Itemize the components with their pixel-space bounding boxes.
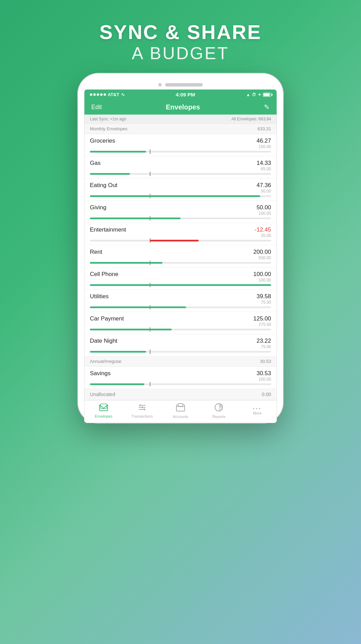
envelope-name: Car Payment [90, 315, 124, 322]
envelope-item[interactable]: Utilities39.5875.00 [84, 290, 277, 312]
progress-marker [150, 327, 150, 332]
envelope-amount: 100.00 [253, 271, 271, 278]
battery-icon [263, 93, 271, 97]
envelope-budget: 75.00 [256, 300, 271, 305]
envelope-item[interactable]: Rent200.00500.00 [84, 245, 277, 267]
reports-tab-icon [215, 403, 223, 413]
envelope-item[interactable]: Date Night23.2275.00 [84, 334, 277, 356]
envelope-amount: 125.00 [253, 315, 271, 322]
signal-dot [90, 93, 92, 96]
tab-accounts[interactable]: Accounts [161, 403, 200, 419]
envelope-amount: 14.33 [256, 160, 271, 167]
progress-marker [150, 305, 150, 310]
transactions-tab-icon [138, 404, 146, 413]
status-left: AT&T ∿ [90, 92, 125, 97]
edit-button[interactable]: Edit [91, 104, 102, 111]
envelope-budget: 150.00 [256, 144, 271, 149]
envelope-name: Utilities [90, 293, 109, 300]
status-time: 4:09 PM [176, 92, 195, 97]
nav-bar: Edit Envelopes ✎ [84, 100, 277, 115]
all-envelopes-label: All Envelopes: 663.84 [231, 117, 271, 121]
tab-transactions-label: Transactions [131, 414, 153, 418]
envelope-amount: 50.00 [256, 204, 271, 211]
phone-frame: AT&T ∿ 4:09 PM ▲ ⏱ ✦ Edit Envelopes ✎ La… [78, 74, 283, 423]
envelope-item[interactable]: Eating Out47.3650.00 [84, 179, 277, 201]
unallocated-amount: 0.00 [262, 392, 271, 397]
tab-more-label: More [253, 411, 262, 415]
tab-reports-label: Reports [212, 415, 226, 419]
progress-marker [150, 149, 150, 154]
progress-track [90, 173, 271, 175]
progress-track [90, 383, 271, 385]
envelope-budget: 100.00 [256, 211, 271, 216]
compose-icon[interactable]: ✎ [264, 103, 270, 111]
envelope-item[interactable]: Giving50.00100.00 [84, 201, 277, 223]
status-bar: AT&T ∿ 4:09 PM ▲ ⏱ ✦ [84, 90, 277, 100]
bluetooth-icon: ✦ [258, 92, 261, 97]
progress-fill [90, 195, 260, 197]
envelope-amount: 23.22 [256, 338, 271, 344]
sync-bar: Last Sync: <1m ago All Envelopes: 663.84 [84, 115, 277, 124]
progress-track [90, 306, 271, 308]
envelope-name: Date Night [90, 338, 117, 344]
progress-track [90, 351, 271, 353]
progress-fill [90, 383, 144, 385]
hero-line1: SYNC & SHARE [99, 21, 262, 43]
envelope-item[interactable]: Car Payment125.00275.00 [84, 312, 277, 334]
envelope-name: Cell Phone [90, 271, 118, 278]
monthly-section-header: Monthly Envelopes 633.31 [84, 124, 277, 134]
phone-dot [158, 83, 162, 87]
envelope-amount: 47.36 [256, 182, 271, 189]
envelopes-list: Groceries46.27150.00Gas14.3365.00Eating … [84, 134, 277, 356]
tab-transactions[interactable]: Transactions [123, 404, 161, 418]
envelope-budget: 35.00 [255, 233, 271, 238]
envelope-budget: 65.00 [256, 167, 271, 171]
tab-more[interactable]: ●●● More [238, 407, 277, 415]
envelope-item[interactable]: Cell Phone100.00100.00 [84, 267, 277, 290]
tab-envelopes-label: Envelopes [95, 414, 112, 418]
progress-track [90, 329, 271, 330]
progress-fill [90, 284, 271, 286]
progress-marker [150, 283, 150, 287]
signal-dots [90, 93, 106, 96]
status-right: ▲ ⏱ ✦ [246, 92, 271, 97]
hero-section: SYNC & SHARE A BUDGET [99, 21, 262, 63]
envelope-item[interactable]: Savings30.53100.00 [84, 367, 277, 389]
envelope-budget: 500.00 [253, 255, 271, 260]
phone-notch [84, 80, 277, 89]
envelope-budget: 100.00 [253, 278, 271, 282]
envelope-name: Groceries [90, 137, 115, 144]
envelope-name: Savings [90, 370, 110, 377]
tab-envelopes[interactable]: Envelopes [84, 404, 123, 418]
envelope-budget: 100.00 [256, 377, 271, 382]
unallocated-label: Unallocated [90, 392, 115, 397]
carrier-label: AT&T [108, 92, 119, 97]
tab-accounts-label: Accounts [173, 415, 188, 419]
envelope-amount: 46.27 [256, 137, 271, 144]
progress-track [90, 195, 271, 197]
envelope-name: Eating Out [90, 182, 117, 189]
progress-marker [150, 194, 150, 198]
envelope-name: Rent [90, 249, 102, 255]
progress-fill [90, 351, 146, 353]
progress-track [90, 284, 271, 286]
signal-dot [93, 93, 96, 96]
nav-title: Envelopes [166, 103, 200, 111]
envelope-item[interactable]: Entertainment-12.4535.00 [84, 223, 277, 245]
envelope-budget: 75.00 [256, 344, 271, 349]
progress-fill [90, 218, 180, 219]
hero-line2: A BUDGET [99, 43, 262, 63]
phone-speaker [165, 83, 203, 87]
envelope-item[interactable]: Gas14.3365.00 [84, 156, 277, 179]
envelopes-tab-icon [99, 404, 108, 413]
signal-dot [104, 93, 106, 96]
unallocated-row: Unallocated 0.00 [84, 389, 277, 400]
envelope-name: Giving [90, 204, 106, 211]
tab-reports[interactable]: Reports [200, 403, 238, 419]
progress-fill [90, 306, 186, 308]
progress-fill [90, 173, 130, 175]
location-icon: ▲ [246, 92, 250, 97]
envelope-item[interactable]: Groceries46.27150.00 [84, 134, 277, 156]
last-sync-label: Last Sync: <1m ago [90, 117, 126, 121]
signal-dot [100, 93, 103, 96]
